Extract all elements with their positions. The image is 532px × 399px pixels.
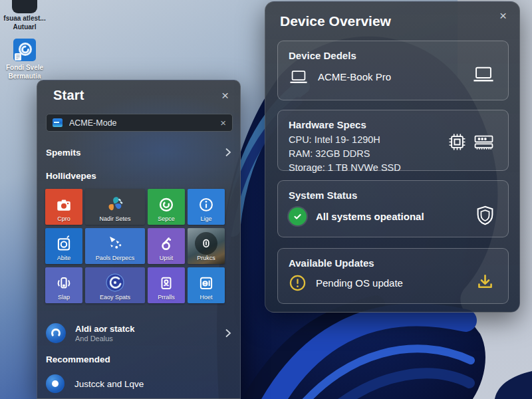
contact-card-icon [158,275,175,292]
start-menu-title: Start [53,88,84,103]
app-window-icon [53,118,63,127]
ring-app-icon [46,323,66,343]
search-input[interactable] [69,118,220,128]
card-header: Available Updates [289,257,374,269]
app-shortcut-icon [12,0,37,13]
info-icon [198,196,215,213]
swirl-app-shortcut-icon [13,39,36,61]
swirl-circle-icon [104,271,126,294]
tile-slap[interactable]: Slap [45,267,82,303]
chevron-right-icon [225,148,231,157]
check-circle-icon [289,207,307,225]
tile-lige[interactable]: Lige [188,189,225,225]
desktop-icon-fsuaa-atlest[interactable]: fsuaa atlest... Autuarl [0,0,49,31]
phone-waves-icon [55,275,72,292]
laptop-icon [472,65,495,83]
tile-nadir-setes[interactable]: Nadir Setes [85,189,145,225]
camera-icon [55,197,72,213]
status-text: All systems opeational [316,211,424,222]
scatter-arrows-icon [104,235,126,253]
instant-camera-icon [55,235,72,253]
recommended-item-row[interactable]: Justcck and Lqve [46,372,231,396]
tile-eaoy-spats[interactable]: Eaoy Spats [85,267,145,303]
chevron-right-icon [225,329,231,338]
recommended-section-label: Recommended [46,354,110,364]
desktop-icon-fondi-svele[interactable]: Fondi Svele Bermautia [0,39,49,80]
dot-app-icon [46,374,65,393]
featured-app-row[interactable]: Aldi aor statck And Dealus [46,319,231,348]
available-updates-card[interactable]: Available Updates Pending OS update [277,248,509,304]
desktop-icon-label: Autuarl [0,23,49,32]
card-header: Hardware Specs [289,119,366,130]
desktop-icon-label: Fondi Svele [0,64,49,72]
laptop-icon [289,69,309,84]
e-square-icon [198,275,215,292]
start-menu-panel: Start × × Spemits Hollidvepes Cpro [37,80,241,399]
tile-prralls[interactable]: Prralls [148,267,185,303]
spemits-row[interactable]: Spemits [46,144,231,161]
shield-icon [475,205,495,226]
pinwheel-icon [104,194,126,214]
tile-cpro[interactable]: Cpro [45,189,82,225]
device-close-button[interactable]: × [499,9,507,22]
start-search-box[interactable]: × [46,114,233,132]
recommended-item-label: Justcck and Lqve [74,379,144,389]
update-text: Pending OS update [316,277,403,289]
device-panel-title: Device Overview [280,13,391,29]
hardware-specs-card[interactable]: Hardware Specs CPU: Intel 19- 1290H RAM:… [277,110,509,171]
device-details-card[interactable]: Device Dedels ACME-Book Pro [277,41,509,100]
warning-circle-icon [289,274,307,292]
pinned-tile-grid: Cpro Nadir Setes Sepce Lige [45,189,225,303]
spec-storage: Storage: 1 TB NVWe SSD [289,161,401,175]
six-swoosh-icon [158,235,175,253]
tile-upsit[interactable]: Upsit [148,228,185,264]
tile-paols-derpecs[interactable]: Paols Derpecs [85,228,145,264]
spec-cpu: CPU: Intel 19- 1290H [289,133,401,147]
featured-app-title: Aldi aor statck [75,324,135,334]
spec-ram: RAM: 32GB DDRS [289,147,401,161]
card-header: System Status [289,190,357,201]
search-clear-icon[interactable]: × [220,117,226,128]
device-overview-panel: Device Overview × Device Dedels ACME-Boo… [265,1,520,313]
tile-hoet[interactable]: Hoet [188,267,225,303]
card-header: Device Dedels [289,50,356,61]
spemits-label: Spemits [46,148,81,158]
cpu-chip-icon [447,132,467,152]
desktop-icon-label: fsuaa atlest... [0,15,49,23]
download-icon[interactable] [475,273,495,292]
system-status-card[interactable]: System Status All systems opeational [277,180,509,237]
tile-sepce[interactable]: Sepce [148,189,185,225]
tile-abite[interactable]: Abite [45,228,82,264]
target-circle-icon [158,196,175,213]
desktop-screen: fsuaa atlest... Autuarl Fondi Svele Berm… [0,0,532,399]
start-close-button[interactable]: × [221,89,229,102]
device-name: ACME-Book Pro [318,71,391,82]
memory-ram-icon [473,133,495,151]
photo-circle-icon [195,232,217,255]
pinned-section-label: Hollidvepes [46,171,96,181]
featured-app-subtitle: And Dealus [75,334,135,342]
tile-prukcs[interactable]: Prukcs [188,228,225,264]
